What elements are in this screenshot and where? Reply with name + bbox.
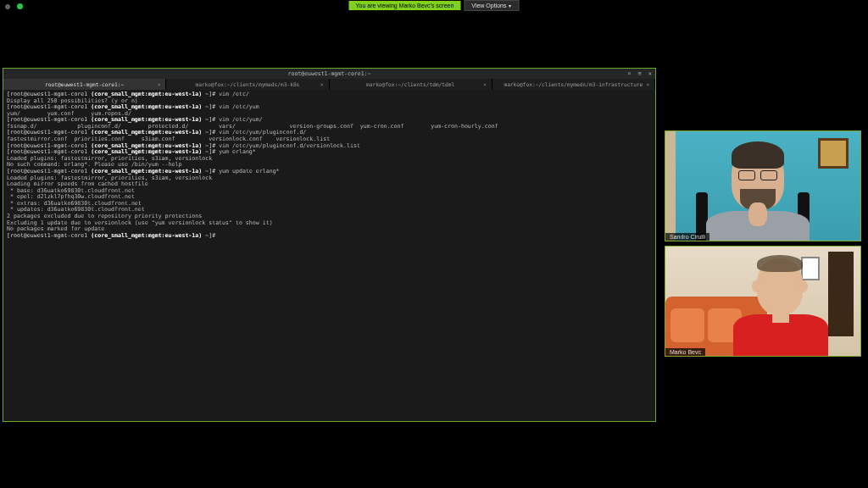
tab-label: root@euwest1-mgmt-core1:~	[45, 81, 124, 87]
tab-label: marko@fox:~/clients/mymeds/m3-k8s	[195, 81, 299, 87]
chevron-down-icon: ▾	[509, 3, 511, 8]
status-dot-active	[17, 3, 23, 9]
terminal-tab[interactable]: marko@fox:~/clients/tdm/tdml×	[330, 79, 492, 90]
titlebar-controls: ⌕ ≡ ×	[627, 70, 652, 77]
terminal-tab[interactable]: marko@fox:~/clients/mymeds/m3-infrastruc…	[492, 79, 655, 90]
view-options-label: View Options	[471, 3, 506, 8]
status-indicators	[5, 3, 23, 9]
terminal-titlebar[interactable]: root@euwest1-mgmt-core1:~ ⌕ ≡ ×	[3, 69, 655, 79]
tab-close-icon[interactable]: ×	[483, 81, 487, 87]
participant-name-2: Marko Bevc	[665, 348, 705, 356]
close-icon[interactable]: ×	[648, 70, 652, 77]
participant-name-1: Sandro Cirulli	[665, 233, 709, 241]
screenshare-banner: You are viewing Marko Bevc's screen View…	[349, 0, 520, 11]
tab-close-icon[interactable]: ×	[320, 81, 324, 87]
search-icon[interactable]: ⌕	[627, 70, 631, 77]
terminal-tabbar: root@euwest1-mgmt-core1:~×marko@fox:~/cl…	[3, 79, 655, 90]
tab-label: marko@fox:~/clients/mymeds/m3-infrastruc…	[504, 81, 643, 87]
terminal-tab[interactable]: root@euwest1-mgmt-core1:~×	[3, 79, 166, 90]
status-dot-idle	[5, 4, 10, 9]
camera-feed-2	[665, 247, 860, 356]
camera-tile-2[interactable]: Marko Bevc	[665, 246, 861, 357]
terminal-tab[interactable]: marko@fox:~/clients/mymeds/m3-k8s×	[166, 79, 329, 90]
view-options-button[interactable]: View Options ▾	[464, 0, 519, 11]
tab-close-icon[interactable]: ×	[158, 81, 161, 87]
tab-close-icon[interactable]: ×	[646, 81, 649, 87]
tab-label: marko@fox:~/clients/tdm/tdml	[366, 81, 454, 87]
menu-icon[interactable]: ≡	[638, 70, 642, 77]
terminal-title: root@euwest1-mgmt-core1:~	[288, 70, 371, 77]
camera-tile-1[interactable]: Sandro Cirulli	[665, 130, 861, 241]
screenshare-message: You are viewing Marko Bevc's screen	[349, 1, 461, 10]
terminal-window: root@euwest1-mgmt-core1:~ ⌕ ≡ × root@euw…	[3, 68, 656, 422]
camera-feed-1	[665, 131, 860, 241]
terminal-body[interactable]: [root@euwest1-mgmt-core1 (core_small_mgm…	[3, 90, 655, 421]
